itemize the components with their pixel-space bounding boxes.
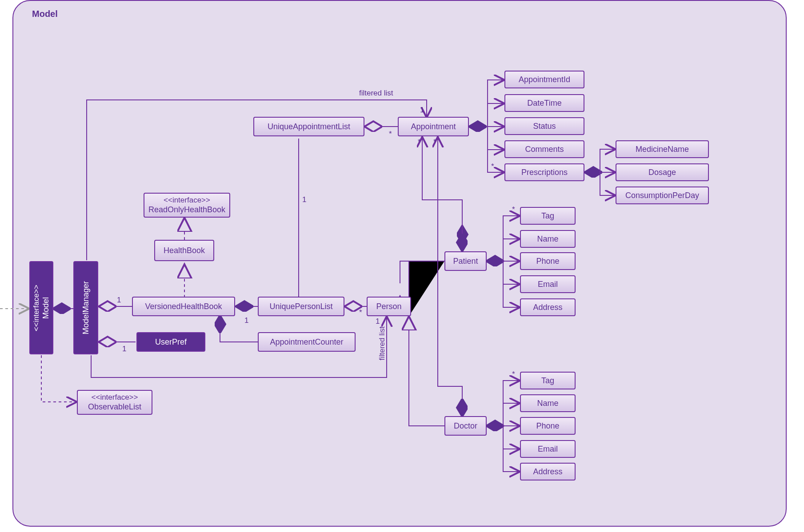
mult-ptag-star: *	[512, 205, 515, 214]
stereotype-label: <<interface>>	[92, 393, 138, 402]
class-name: Model	[41, 285, 51, 331]
consumptionperday: ConsumptionPerDay	[616, 187, 709, 204]
prescriptions: Prescriptions	[504, 163, 584, 181]
medicinename: MedicineName	[616, 140, 709, 158]
model-interface: <<interface>> Model	[29, 261, 53, 354]
class-name: Email	[538, 444, 558, 454]
appointmentid: AppointmentId	[504, 71, 584, 88]
class-name: UserPref	[155, 337, 187, 347]
package-title: Model	[32, 9, 58, 19]
patient: Patient	[444, 251, 487, 271]
patient-name: Name	[520, 230, 576, 248]
doctor-email: Email	[520, 440, 576, 458]
mult-apt-patient-star: *	[418, 138, 421, 147]
class-name: ObservableList	[88, 402, 141, 412]
patient-email: Email	[520, 275, 576, 293]
class-name: Address	[533, 302, 562, 313]
class-name: Email	[538, 279, 558, 290]
mult-ual-apt-one: 1	[420, 106, 424, 115]
doctor-phone: Phone	[520, 417, 576, 435]
class-name: Doctor	[454, 421, 477, 431]
mult-vhb-ual: 1	[302, 195, 306, 204]
class-name: Appointment	[411, 122, 456, 132]
class-name: DateTime	[527, 98, 561, 108]
userpref: UserPref	[136, 332, 205, 352]
class-name: AppointmentCounter	[270, 337, 343, 347]
mult-mm-vhb: 1	[117, 296, 121, 305]
mult-dtag-star: *	[512, 370, 515, 379]
appointment-counter: AppointmentCounter	[258, 332, 356, 352]
observable-list: <<interface>> ObservableList	[77, 390, 152, 415]
class-name: Address	[533, 467, 562, 477]
label-filtered-list-apt: filtered list	[359, 89, 393, 98]
class-name: Comments	[525, 144, 564, 155]
model-package: Model	[12, 0, 787, 527]
patient-address: Address	[520, 298, 576, 316]
stereotype-label: <<interface>>	[164, 196, 210, 205]
readonly-healthbook: <<interface>> ReadOnlyHealthBook	[144, 193, 230, 218]
class-name: Name	[537, 398, 558, 409]
unique-appointment-list: UniqueAppointmentList	[253, 117, 364, 136]
patient-phone: Phone	[520, 252, 576, 270]
mult-mm-up: 1	[122, 345, 126, 353]
class-name: Status	[533, 121, 556, 131]
dosage: Dosage	[616, 163, 709, 181]
datetime: DateTime	[504, 94, 584, 112]
class-name: ReadOnlyHealthBook	[148, 205, 225, 215]
class-name: Phone	[536, 421, 559, 431]
doctor-name: Name	[520, 394, 576, 412]
mult-ual-apt-star: *	[389, 130, 392, 139]
class-name: Patient	[453, 256, 478, 266]
person: Person	[367, 297, 411, 316]
class-name: MedicineName	[636, 144, 689, 155]
class-name: HealthBook	[164, 246, 205, 256]
comments: Comments	[504, 140, 584, 158]
class-name: ModelManager	[81, 281, 91, 334]
class-name: ConsumptionPerDay	[625, 191, 699, 201]
patient-tag: Tag	[520, 207, 576, 225]
mult-upl-person-star: *	[359, 308, 362, 317]
class-name: Prescriptions	[521, 167, 568, 178]
model-manager: ModelManager	[73, 261, 98, 354]
class-name: Tag	[541, 376, 554, 386]
uml-diagram-canvas: Model	[0, 0, 804, 532]
class-name: Phone	[536, 256, 559, 266]
stereotype-label: <<interface>>	[32, 285, 41, 331]
mult-apt-doctor-star: *	[433, 138, 436, 147]
label-filtered-list-person: filtered list	[378, 326, 387, 361]
class-name: UniquePersonList	[269, 302, 332, 312]
mult-person-one: 1	[376, 317, 380, 326]
doctor-tag: Tag	[520, 372, 576, 389]
status: Status	[504, 117, 584, 135]
unique-person-list: UniquePersonList	[258, 297, 344, 316]
appointment: Appointment	[398, 117, 469, 136]
class-name: UniqueAppointmentList	[268, 122, 350, 132]
healthbook: HealthBook	[154, 240, 214, 261]
mult-pres-star: *	[491, 162, 494, 171]
class-name: AppointmentId	[519, 75, 570, 85]
class-name: VersionedHealthBook	[145, 302, 222, 312]
class-name: Tag	[541, 211, 554, 221]
doctor-address: Address	[520, 463, 576, 480]
mult-vhb-upl: 1	[244, 316, 248, 325]
class-name: Name	[537, 234, 558, 244]
versioned-healthbook: VersionedHealthBook	[132, 297, 235, 316]
class-name: Person	[376, 302, 401, 312]
class-name: Dosage	[648, 167, 676, 178]
doctor: Doctor	[444, 416, 487, 436]
